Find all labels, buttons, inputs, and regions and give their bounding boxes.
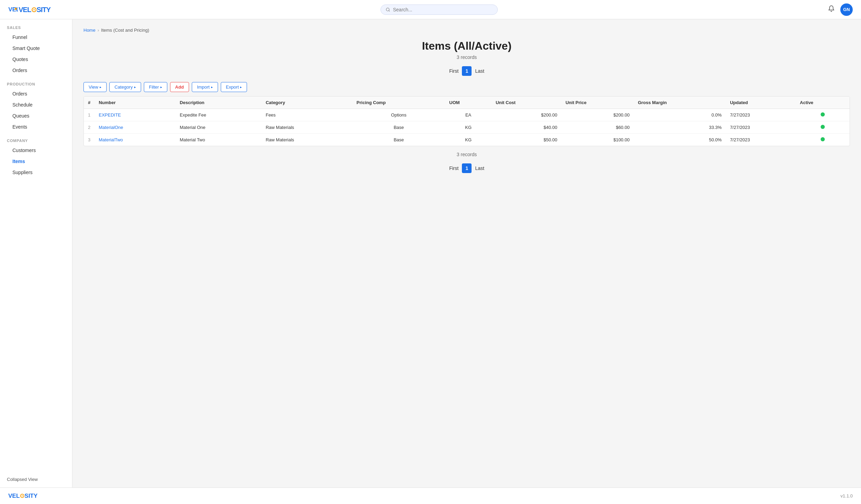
pagination-last-bottom[interactable]: Last <box>475 165 484 171</box>
col-category[interactable]: Category <box>261 97 352 109</box>
svg-line-3 <box>389 10 389 11</box>
main-content: Home › Items (Cost and Pricing) Items (A… <box>72 19 861 487</box>
col-updated[interactable]: Updated <box>726 97 796 109</box>
col-unit-price[interactable]: Unit Price <box>561 97 634 109</box>
cell-num: 1 <box>84 109 95 121</box>
top-bar: VEL VEL⊙SITY GN <box>0 0 861 19</box>
breadcrumb: Home › Items (Cost and Pricing) <box>83 28 850 33</box>
cell-unit-price: $200.00 <box>561 109 634 121</box>
sidebar-item-smart-quote[interactable]: Smart Quote <box>0 43 72 54</box>
cell-unit-price: $60.00 <box>561 121 634 134</box>
sidebar-item-orders-sales[interactable]: Orders <box>0 65 72 76</box>
category-button[interactable]: Category ▸ <box>109 82 141 92</box>
filter-caret-icon: ▸ <box>160 85 162 89</box>
sidebar-section-production: PRODUCTION <box>0 76 72 88</box>
search-input[interactable] <box>393 7 493 12</box>
item-number-link[interactable]: MaterialTwo <box>99 137 123 142</box>
col-num: # <box>84 97 95 109</box>
cell-pricing-comp: Base <box>353 134 445 146</box>
footer-logo: VEL⊙SITY <box>8 492 38 500</box>
user-avatar[interactable]: GN <box>840 3 853 16</box>
cell-updated: 7/27/2023 <box>726 134 796 146</box>
import-button[interactable]: Import ▸ <box>192 82 218 92</box>
sidebar-item-events[interactable]: Events <box>0 121 72 132</box>
sidebar-section-company: COMPANY <box>0 132 72 145</box>
sidebar-item-funnel[interactable]: Funnel <box>0 32 72 43</box>
cell-active <box>796 121 850 134</box>
col-gross-margin[interactable]: Gross Margin <box>634 97 726 109</box>
col-number[interactable]: Number <box>95 97 176 109</box>
table-row: 3 MaterialTwo Material Two Raw Materials… <box>84 134 850 146</box>
cell-unit-cost: $40.00 <box>492 121 562 134</box>
export-button[interactable]: Export ▸ <box>221 82 247 92</box>
category-caret-icon: ▸ <box>134 85 136 89</box>
view-caret-icon: ▸ <box>100 85 101 89</box>
import-caret-icon: ▸ <box>211 85 213 89</box>
cell-number[interactable]: MaterialOne <box>95 121 176 134</box>
col-pricing-comp[interactable]: Pricing Comp <box>353 97 445 109</box>
sidebar: SALES Funnel Smart Quote Quotes Orders P… <box>0 19 72 487</box>
search-bar[interactable] <box>380 4 498 15</box>
pagination-last-top[interactable]: Last <box>475 68 484 74</box>
footer-logo-text: VEL⊙SITY <box>8 492 38 500</box>
item-number-link[interactable]: EXPEDITE <box>99 112 121 118</box>
col-uom[interactable]: UOM <box>445 97 492 109</box>
col-active[interactable]: Active <box>796 97 850 109</box>
records-count-top: 3 records <box>83 54 850 60</box>
notification-bell-icon[interactable] <box>828 5 835 14</box>
cell-pricing-comp: Options <box>353 109 445 121</box>
cell-gross-margin: 50.0% <box>634 134 726 146</box>
filter-button[interactable]: Filter ▸ <box>144 82 167 92</box>
main-area: SALES Funnel Smart Quote Quotes Orders P… <box>0 19 861 487</box>
cell-category: Raw Materials <box>261 134 352 146</box>
sidebar-section-sales: SALES <box>0 19 72 32</box>
pagination-bottom: First 1 Last <box>83 163 850 173</box>
sidebar-item-suppliers[interactable]: Suppliers <box>0 167 72 178</box>
item-number-link[interactable]: MaterialOne <box>99 125 123 130</box>
active-dot-icon <box>821 112 825 117</box>
table-row: 1 EXPEDITE Expedite Fee Fees Options EA … <box>84 109 850 121</box>
sidebar-item-items[interactable]: Items <box>0 156 72 167</box>
pagination-first-bottom[interactable]: First <box>449 165 458 171</box>
cell-uom: EA <box>445 109 492 121</box>
cell-description: Expedite Fee <box>176 109 261 121</box>
cell-number[interactable]: MaterialTwo <box>95 134 176 146</box>
sidebar-item-queues[interactable]: Queues <box>0 110 72 121</box>
cell-active <box>796 134 850 146</box>
sidebar-footer: Collapsed View <box>0 471 72 487</box>
view-button[interactable]: View ▸ <box>83 82 107 92</box>
search-icon <box>386 7 390 12</box>
page-title: Items (All/Active) <box>83 40 850 52</box>
toolbar: View ▸ Category ▸ Filter ▸ Add Import ▸ <box>83 82 850 92</box>
pagination-first-top[interactable]: First <box>449 68 458 74</box>
active-dot-icon <box>821 125 825 129</box>
svg-point-1 <box>15 8 17 10</box>
page-number-bottom[interactable]: 1 <box>462 163 472 173</box>
sidebar-item-customers[interactable]: Customers <box>0 145 72 156</box>
items-table: # Number Description Category Pricing Co… <box>83 96 850 146</box>
page-number-top[interactable]: 1 <box>462 66 472 76</box>
cell-updated: 7/27/2023 <box>726 109 796 121</box>
col-unit-cost[interactable]: Unit Cost <box>492 97 562 109</box>
breadcrumb-separator: › <box>98 28 99 33</box>
cell-gross-margin: 33.3% <box>634 121 726 134</box>
breadcrumb-home[interactable]: Home <box>83 28 96 33</box>
cell-category: Raw Materials <box>261 121 352 134</box>
logo: VEL VEL⊙SITY <box>8 6 50 14</box>
cell-gross-margin: 0.0% <box>634 109 726 121</box>
cell-unit-price: $100.00 <box>561 134 634 146</box>
sidebar-item-orders-prod[interactable]: Orders <box>0 88 72 99</box>
cell-updated: 7/27/2023 <box>726 121 796 134</box>
cell-number[interactable]: EXPEDITE <box>95 109 176 121</box>
cell-pricing-comp: Base <box>353 121 445 134</box>
sidebar-item-schedule[interactable]: Schedule <box>0 99 72 110</box>
records-count-bottom: 3 records <box>83 152 850 157</box>
table-header-row: # Number Description Category Pricing Co… <box>84 97 850 109</box>
sidebar-item-quotes[interactable]: Quotes <box>0 54 72 65</box>
cell-description: Material One <box>176 121 261 134</box>
collapsed-view-toggle[interactable]: Collapsed View <box>7 477 65 482</box>
col-description[interactable]: Description <box>176 97 261 109</box>
cell-num: 3 <box>84 134 95 146</box>
add-button[interactable]: Add <box>170 82 189 92</box>
top-right: GN <box>828 3 853 16</box>
